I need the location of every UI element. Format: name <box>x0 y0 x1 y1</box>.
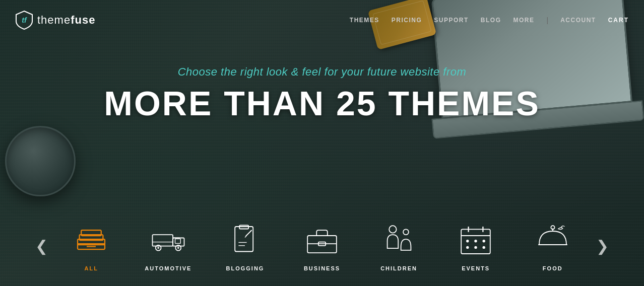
blogging-label: BLOGGING <box>226 265 265 271</box>
svg-rect-24 <box>307 236 337 253</box>
svg-point-13 <box>177 247 179 249</box>
navigation: THEMES PRICING SUPPORT BLOG MORE | ACCOU… <box>350 16 629 24</box>
svg-point-35 <box>483 240 485 242</box>
svg-rect-6 <box>152 235 173 246</box>
svg-rect-15 <box>235 227 253 252</box>
logo-shield-icon: tf <box>15 10 33 30</box>
food-icon <box>533 220 573 260</box>
category-list: ALL AUTOMOTIVE <box>53 215 591 276</box>
business-label: BUSINESS <box>304 265 340 271</box>
category-all[interactable]: ALL <box>53 215 130 276</box>
blogging-icon <box>225 220 265 260</box>
svg-text:tf: tf <box>22 16 27 24</box>
category-business[interactable]: BUSINESS <box>284 215 361 276</box>
hero-title: MORE THAN 25 THEMES <box>0 86 644 120</box>
automotive-icon <box>148 220 188 260</box>
business-icon <box>302 220 342 260</box>
nav-themes[interactable]: THEMES <box>350 17 379 24</box>
svg-point-38 <box>483 246 485 249</box>
svg-point-37 <box>474 246 477 249</box>
children-label: CHILDREN <box>380 265 417 271</box>
all-icon <box>71 220 111 260</box>
svg-line-21 <box>245 236 246 238</box>
hero-section: Choose the right look & feel for your fu… <box>0 65 644 120</box>
svg-point-36 <box>466 246 469 249</box>
category-blogging[interactable]: BLOGGING <box>207 215 284 276</box>
events-label: EVENTS <box>462 265 490 271</box>
children-icon <box>379 220 419 260</box>
svg-line-20 <box>250 230 252 232</box>
category-automotive[interactable]: AUTOMOTIVE <box>130 215 207 276</box>
category-events[interactable]: EVENTS <box>437 215 514 276</box>
svg-rect-9 <box>175 239 180 243</box>
prev-arrow[interactable]: ❮ <box>30 232 53 260</box>
category-children[interactable]: CHILDREN <box>360 215 437 276</box>
svg-point-33 <box>466 240 469 242</box>
nav-support[interactable]: SUPPORT <box>434 17 469 24</box>
nav-account[interactable]: ACCOUNT <box>560 17 596 24</box>
categories-section: ❮ ALL <box>0 205 644 286</box>
nav-divider: | <box>547 16 549 24</box>
logo[interactable]: tf themefuse <box>15 10 95 30</box>
svg-point-27 <box>389 226 396 233</box>
nav-cart[interactable]: CART <box>608 17 629 24</box>
all-label: ALL <box>85 265 98 271</box>
header: tf themefuse THEMES PRICING SUPPORT BLOG… <box>0 0 644 40</box>
events-icon <box>456 220 496 260</box>
next-arrow[interactable]: ❯ <box>591 232 614 260</box>
category-food[interactable]: FOOD <box>514 215 591 276</box>
automotive-label: AUTOMOTIVE <box>145 265 191 271</box>
food-label: FOOD <box>543 265 563 271</box>
svg-point-34 <box>474 240 477 242</box>
nav-blog[interactable]: BLOG <box>481 17 501 24</box>
hero-subtitle: Choose the right look & feel for your fu… <box>0 65 644 79</box>
logo-text: themefuse <box>37 14 95 27</box>
nav-more[interactable]: MORE <box>513 17 535 24</box>
coffee-cup-decoration <box>0 116 81 217</box>
svg-point-28 <box>403 229 409 235</box>
svg-point-11 <box>157 247 159 249</box>
nav-pricing[interactable]: PRICING <box>392 17 422 24</box>
